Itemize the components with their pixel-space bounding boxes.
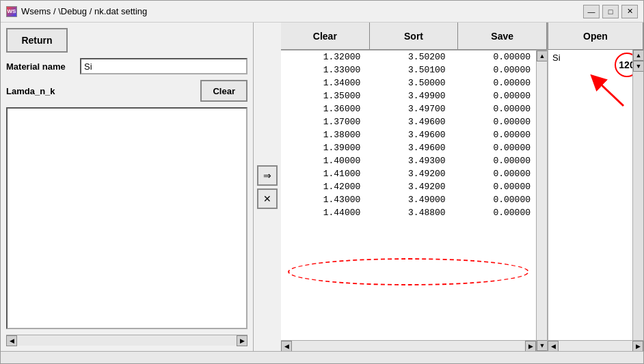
material-name-label: Material name	[6, 61, 75, 72]
table-row: 1.420003.492000.00000	[281, 180, 536, 193]
table-cell-k: 0.00000	[451, 180, 536, 193]
center-horizontal-scrollbar[interactable]: ◀ ▶	[281, 340, 536, 351]
table-row: 1.350003.499000.00000	[281, 89, 536, 102]
scroll-track-h[interactable]	[559, 341, 632, 351]
delete-icon: ✕	[263, 193, 271, 204]
scroll-right-btn[interactable]: ▶	[525, 341, 536, 352]
table-cell-lambda: 1.43000	[281, 193, 366, 206]
table-cell-lambda: 1.36000	[281, 102, 366, 115]
table-row: 1.380003.496000.00000	[281, 128, 536, 141]
table-cell-lambda: 1.33000	[281, 64, 366, 76]
title-bar: WS Wsems / \Debug / nk.dat setting — □ ✕	[1, 1, 643, 23]
maximize-button[interactable]: □	[602, 5, 619, 18]
scroll-down-btn[interactable]: ▼	[537, 340, 547, 351]
left-horizontal-scrollbar[interactable]: ◀ ▶	[6, 335, 247, 346]
scroll-up-btn[interactable]: ▲	[633, 50, 643, 61]
table-cell-n: 3.50000	[366, 76, 451, 89]
table-row: 1.340003.500000.00000	[281, 76, 536, 89]
clear-button[interactable]: Clear	[281, 23, 370, 50]
table-row: 1.400003.493000.00000	[281, 154, 536, 167]
scroll-track[interactable]	[17, 335, 237, 346]
scroll-left-btn[interactable]: ◀	[6, 335, 17, 346]
scroll-right-btn[interactable]: ▶	[237, 335, 247, 346]
open-button[interactable]: Open	[548, 23, 643, 50]
material-item-name: Si	[552, 53, 561, 63]
scroll-track-v[interactable]	[537, 61, 547, 340]
return-button[interactable]: Return	[6, 28, 68, 53]
center-vertical-scrollbar[interactable]: ▲ ▼	[536, 51, 547, 351]
table-cell-lambda: 1.34000	[281, 76, 366, 89]
right-list: Si 120	[548, 50, 643, 340]
right-list-item: Si 120	[548, 50, 643, 80]
scroll-track-h[interactable]	[292, 341, 525, 351]
table-row: 1.370003.496000.00000	[281, 115, 536, 128]
table-cell-k: 0.00000	[451, 76, 536, 89]
table-cell-n: 3.49700	[366, 102, 451, 115]
table-cell-lambda: 1.32000	[281, 51, 366, 64]
scroll-right-btn[interactable]: ▶	[632, 341, 643, 352]
table-cell-lambda: 1.40000	[281, 154, 366, 167]
table-cell-n: 3.49300	[366, 154, 451, 167]
data-table: 1.320003.502000.000001.330003.501000.000…	[281, 51, 536, 219]
lamda-clear-button[interactable]: Clear	[200, 80, 247, 102]
table-row: 1.330003.501000.00000	[281, 64, 536, 76]
minimize-button[interactable]: —	[583, 5, 600, 18]
right-horizontal-scrollbar[interactable]: ◀ ▶	[548, 340, 643, 351]
table-cell-lambda: 1.35000	[281, 89, 366, 102]
table-row: 1.440003.488000.00000	[281, 206, 536, 219]
table-cell-n: 3.49600	[366, 115, 451, 128]
svg-line-1	[596, 80, 623, 106]
table-cell-lambda: 1.37000	[281, 115, 366, 128]
table-cell-k: 0.00000	[451, 64, 536, 76]
transfer-right-button[interactable]: ⇒	[257, 165, 278, 186]
delete-button[interactable]: ✕	[257, 188, 278, 209]
save-button[interactable]: Save	[458, 23, 547, 50]
right-panel: Open Si 120	[548, 23, 643, 351]
sort-button[interactable]: Sort	[370, 23, 459, 50]
table-row: 1.410003.492000.00000	[281, 167, 536, 180]
scroll-up-btn[interactable]: ▲	[537, 51, 547, 61]
app-icon: WS	[6, 6, 17, 17]
red-arrow-icon	[589, 72, 627, 109]
material-name-row: Material name	[6, 58, 247, 74]
data-table-container[interactable]: 1.320003.502000.000001.330003.501000.000…	[281, 51, 536, 340]
table-cell-k: 0.00000	[451, 193, 536, 206]
title-bar-left: WS Wsems / \Debug / nk.dat setting	[6, 6, 147, 17]
table-row: 1.320003.502000.00000	[281, 51, 536, 64]
scroll-down-btn[interactable]: ▼	[633, 61, 643, 72]
table-row: 1.430003.490000.00000	[281, 193, 536, 206]
bottom-bar	[1, 351, 643, 363]
middle-arrows-panel: ⇒ ✕	[254, 23, 281, 351]
center-panel: Clear Sort Save 1.320003.502000.000001.3…	[281, 23, 548, 351]
left-panel: Return Material name Lamda_n_k Clear ◀ ▶	[1, 23, 254, 351]
table-cell-n: 3.50100	[366, 64, 451, 76]
lamda-label: Lamda_n_k	[6, 86, 75, 96]
table-cell-n: 3.48800	[366, 206, 451, 219]
highlight-ellipse	[288, 258, 529, 285]
table-cell-k: 0.00000	[451, 167, 536, 180]
table-row: 1.390003.496000.00000	[281, 141, 536, 154]
table-cell-lambda: 1.39000	[281, 141, 366, 154]
main-window: WS Wsems / \Debug / nk.dat setting — □ ✕…	[0, 0, 644, 364]
scroll-left-btn[interactable]: ◀	[548, 341, 559, 352]
table-cell-lambda: 1.42000	[281, 180, 366, 193]
lamda-list[interactable]	[6, 107, 247, 329]
table-cell-n: 3.49200	[366, 167, 451, 180]
table-cell-k: 0.00000	[451, 141, 536, 154]
table-cell-n: 3.49600	[366, 128, 451, 141]
scroll-left-btn[interactable]: ◀	[281, 341, 292, 352]
right-vertical-scrollbar[interactable]: ▲ ▼	[632, 50, 643, 340]
table-cell-n: 3.50200	[366, 51, 451, 64]
table-cell-lambda: 1.44000	[281, 206, 366, 219]
lamda-row: Lamda_n_k Clear	[6, 80, 247, 102]
table-cell-k: 0.00000	[451, 128, 536, 141]
content-area: Return Material name Lamda_n_k Clear ◀ ▶…	[1, 23, 643, 351]
data-area: 1.320003.502000.000001.330003.501000.000…	[281, 51, 547, 351]
table-cell-k: 0.00000	[451, 154, 536, 167]
close-button[interactable]: ✕	[621, 5, 638, 18]
window-title: Wsems / \Debug / nk.dat setting	[21, 6, 147, 16]
table-row: 1.360003.497000.00000	[281, 102, 536, 115]
material-name-input[interactable]	[80, 58, 247, 74]
arrow-right-icon: ⇒	[263, 170, 271, 181]
table-cell-n: 3.49200	[366, 180, 451, 193]
